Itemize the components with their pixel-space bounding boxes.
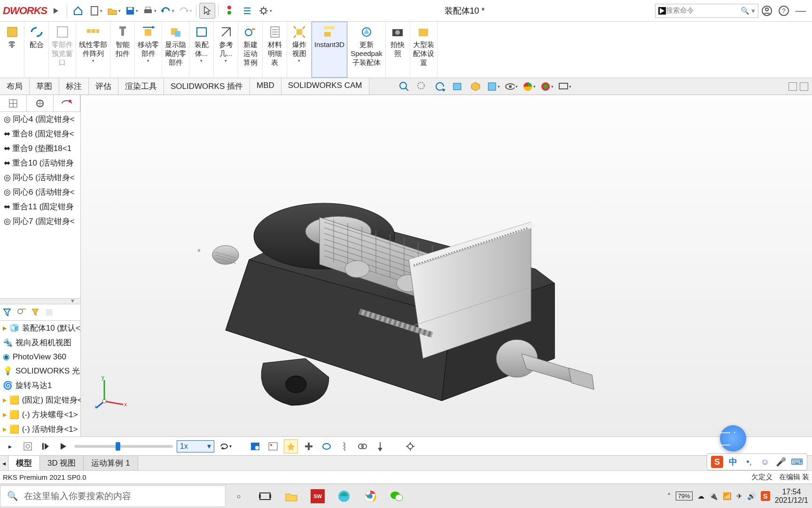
zoom-fit-icon[interactable] [398,80,411,93]
slider-handle[interactable] [116,442,120,451]
ribbon-speedpak[interactable]: 更新Speedpak子装配体 [348,22,386,78]
gravity-icon[interactable] [373,439,387,453]
btab-3dview[interactable]: 3D 视图 [40,456,84,470]
tab-annotate[interactable]: 标注 [59,78,89,95]
mate-item[interactable]: ⬌重合11 (固定钳身 [0,199,80,214]
task-explorer-icon[interactable] [278,484,304,508]
battery-icon[interactable]: 79% [676,492,693,500]
ribbon-component[interactable]: 零 [0,22,24,78]
scene-icon[interactable] [540,80,554,93]
ribbon-mate[interactable]: 配合 [24,22,49,78]
volume-icon[interactable]: 🔊 [747,492,756,500]
appearance-icon[interactable] [523,80,536,93]
list-icon[interactable] [239,3,255,19]
calc-icon[interactable] [21,439,35,453]
btab-model[interactable]: 模型 [8,456,40,470]
mate-item[interactable]: ◎同心4 (固定钳身< [0,112,80,127]
prev-view-icon[interactable] [433,80,446,93]
ribbon-assembly-feat[interactable]: 装配体...▾ [189,22,214,78]
help-icon[interactable]: ? [775,2,792,19]
ribbon-show-hidden[interactable]: 显示隐藏的零部件 [162,22,189,78]
tree-camera[interactable]: 🔩视向及相机视图 [0,335,80,350]
section-icon[interactable] [451,80,464,93]
onedrive-icon[interactable]: ☁ [697,492,704,500]
gear-filter-icon[interactable] [14,305,28,319]
print-icon[interactable] [141,3,157,19]
tree-part[interactable]: ▸ 🟨(-) 方块螺母<1> [0,407,80,422]
zoom-area-icon[interactable] [415,80,429,93]
motor-icon[interactable] [320,439,334,453]
mate-item[interactable]: ◎同心7 (固定钳身< [0,214,80,229]
time-slider[interactable] [74,445,173,448]
play-icon[interactable] [48,3,64,19]
select-icon[interactable] [199,3,215,19]
open-icon[interactable] [106,3,122,19]
tab-cam[interactable]: SOLIDWORKS CAM [281,78,369,95]
ime-emoji-icon[interactable]: ☺ [759,456,771,468]
ribbon-large-asm[interactable]: 大型装配体设置 [410,22,437,78]
task-cortana-icon[interactable]: ○ [226,484,252,508]
settings-icon[interactable] [403,439,417,453]
assistant-fab[interactable]: — · — [720,425,746,452]
ribbon-new-motion[interactable]: 新建运动算例 [238,22,263,78]
task-edge-icon[interactable] [331,484,357,508]
display-style-icon[interactable] [487,80,500,93]
task-chrome-icon[interactable] [357,484,383,508]
ribbon-instant3d[interactable]: Instant3D [312,22,348,78]
minimize-icon[interactable]: — [792,2,809,19]
tree-motor[interactable]: 🌀旋转马达1 [0,378,80,393]
redo-icon[interactable] [177,3,193,19]
power-icon[interactable]: 🔌 [709,492,718,500]
ime-punct-icon[interactable]: •, [743,456,755,468]
ribbon-snapshot[interactable]: 拍快照 [386,22,410,78]
tree-lights[interactable]: 💡SOLIDWORKS 光 [0,364,80,378]
speed-field[interactable]: 1x▾ [177,440,214,452]
ime-logo-icon[interactable]: S [711,456,723,468]
contact-icon[interactable] [355,439,369,453]
gear-icon[interactable] [257,3,273,19]
render-anim-icon[interactable] [266,439,280,453]
ime-bar[interactable]: S 中 •, ☺ 🎤 ⌨ [707,453,807,470]
tab-mbd[interactable]: MBD [250,78,281,95]
ribbon-bom[interactable]: 材料明细表 [263,22,287,78]
loop-icon[interactable]: ▾ [218,439,232,453]
airplane-icon[interactable]: ✈ [736,492,742,500]
mate-item[interactable]: ⬌重合10 (活动钳身 [0,156,80,170]
tray-up-icon[interactable]: ˄ [667,492,671,500]
ribbon-smart-fastener[interactable]: 智能扣件 [110,22,135,78]
fm-tab-2[interactable] [27,95,54,111]
fm-tab-3[interactable] [54,95,80,111]
ime-mic-icon[interactable]: 🎤 [775,456,787,468]
expand-icon[interactable]: ▸ [3,439,17,453]
new-icon[interactable] [88,3,104,19]
task-taskview-icon[interactable] [252,484,278,508]
key-icon[interactable] [42,305,56,319]
add-key-icon[interactable] [302,439,316,453]
tree-photoview[interactable]: ◉PhotoView 360 [0,350,80,364]
ribbon-move[interactable]: 移动零部件▾ [135,22,162,78]
tab-sketch[interactable]: 草图 [30,78,59,95]
ime-tray-icon[interactable]: S [761,491,770,501]
mate-item[interactable]: ⬌重合8 (固定钳身< [0,127,80,141]
tab-scroll-left[interactable]: ◂ [0,456,8,470]
filter-icon[interactable] [0,305,14,319]
tab-render[interactable]: 渲染工具 [118,78,164,95]
view-orient-icon[interactable] [469,80,482,93]
tree-part[interactable]: ▸ 🟨(固定) 固定钳身< [0,393,80,407]
save-anim-icon[interactable] [248,439,262,453]
task-solidworks-icon[interactable]: SW [304,484,331,508]
panel-right-icon[interactable] [800,82,808,91]
fm-tab-1[interactable] [0,95,27,111]
ime-keyboard-icon[interactable]: ⌨ [791,456,803,468]
viewport-icon[interactable] [558,80,571,93]
spring-icon[interactable] [337,439,351,453]
panel-left-icon[interactable] [789,82,797,91]
play-icon[interactable] [56,439,70,453]
mate-item[interactable]: ⬌重合9 (垫圈18<1 [0,141,80,156]
user-icon[interactable] [758,2,775,19]
taskbar-search[interactable]: 🔍 在这里输入你要搜索的内容 [0,485,226,507]
task-wechat-icon[interactable] [383,484,410,508]
tab-evaluate[interactable]: 评估 [89,78,118,95]
mate-item[interactable]: ◎同心5 (活动钳身< [0,170,80,185]
3d-viewport[interactable]: * [81,95,812,437]
